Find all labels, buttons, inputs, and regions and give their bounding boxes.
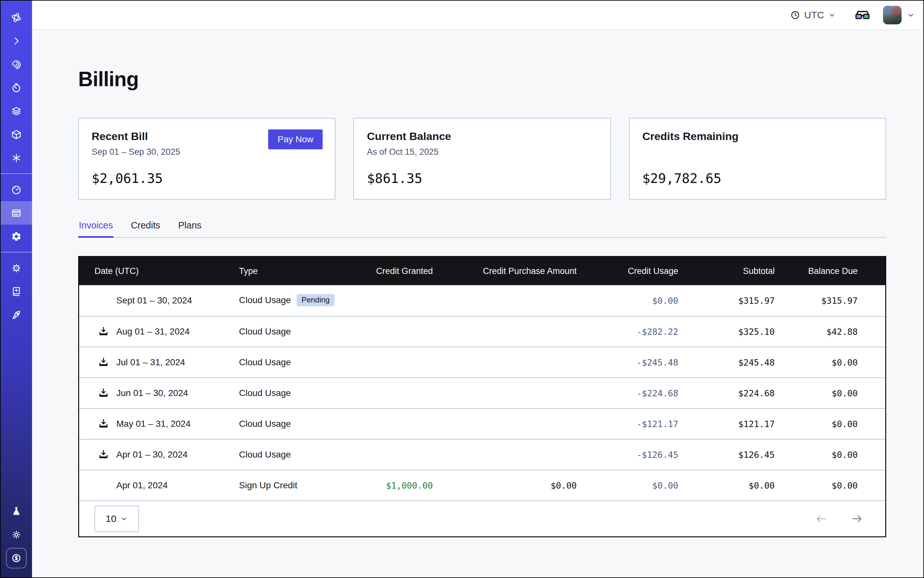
cell-credit-usage: $0.00 [577, 296, 678, 306]
download-icon[interactable] [98, 326, 109, 338]
sidebar-item-theme[interactable] [1, 523, 32, 546]
card-amount: $861.35 [367, 171, 597, 186]
sidebar-item-layers[interactable] [1, 99, 32, 123]
tab-credits[interactable]: Credits [130, 220, 161, 237]
sidebar-item-docs[interactable] [1, 280, 32, 303]
download-icon[interactable] [98, 387, 109, 399]
summary-cards: Recent Bill Sep 01 – Sep 30, 2025 $2,061… [78, 118, 886, 200]
cell-type: Cloud Usage [239, 450, 351, 460]
recent-bill-card: Recent Bill Sep 01 – Sep 30, 2025 $2,061… [78, 118, 335, 200]
cell-type: Cloud Usage [239, 326, 351, 337]
tab-invoices[interactable]: Invoices [78, 220, 114, 237]
sidebar-item-usage[interactable] [1, 178, 32, 201]
main-content: Billing Recent Bill Sep 01 – Sep 30, 202… [32, 30, 923, 577]
card-amount: $29,782.65 [642, 171, 873, 186]
cell-credit-usage: -$282.22 [577, 327, 678, 337]
next-page-arrow-icon[interactable] [851, 512, 864, 525]
sidebar [1, 1, 32, 577]
wheel-icon [11, 263, 22, 274]
cell-subtotal: $121.17 [678, 419, 775, 429]
invoice-type: Cloud Usage [239, 357, 291, 367]
table-row: Aug 01 – 31, 2024Cloud Usage-$282.22$325… [79, 316, 885, 347]
cell-subtotal: $126.45 [678, 450, 775, 460]
cell-type: Cloud UsagePending [239, 294, 351, 307]
gear-icon [11, 231, 22, 242]
current-balance-card: Current Balance As of Oct 15, 2025 $861.… [353, 118, 611, 200]
cell-balance-due: $42.88 [775, 327, 887, 337]
glasses-icon[interactable] [855, 10, 870, 20]
timezone-selector[interactable]: UTC [790, 10, 836, 21]
download-icon[interactable] [98, 449, 109, 460]
cell-subtotal: $315.97 [678, 296, 775, 306]
invoice-type: Cloud Usage [239, 326, 291, 336]
sidebar-group [1, 6, 32, 169]
page-size-select[interactable]: 10 [94, 506, 139, 532]
invoice-date: Aug 01 – 31, 2024 [116, 326, 190, 337]
cell-balance-due: $0.00 [775, 450, 887, 460]
invoice-date: May 01 – 31, 2024 [116, 419, 191, 429]
sidebar-item-logo[interactable] [1, 6, 32, 29]
cell-balance-due: $0.00 [775, 419, 887, 429]
invoice-date: Jul 01 – 31, 2024 [116, 357, 185, 367]
pay-now-button[interactable]: Pay Now [268, 130, 323, 149]
sidebar-item-timer[interactable] [1, 76, 32, 99]
card-subtitle: As of Oct 15, 2025 [367, 147, 597, 157]
table-body: Sept 01 – 30, 2024Cloud UsagePending$0.0… [79, 285, 885, 500]
invoices-table: Date (UTC)TypeCredit GrantedCredit Purch… [78, 256, 886, 537]
download-icon[interactable] [98, 357, 109, 368]
column-header: Credit Granted [351, 266, 433, 276]
book-icon [11, 286, 22, 297]
download-icon[interactable] [98, 418, 109, 430]
cell-date: Jul 01 – 31, 2024 [79, 357, 239, 368]
table-row: May 01 – 31, 2024Cloud Usage-$121.17$121… [79, 408, 885, 439]
table-row: Jul 01 – 31, 2024Cloud Usage-$245.48$245… [79, 347, 885, 377]
cell-balance-due: $0.00 [775, 357, 887, 367]
cell-credit-purchase: $0.00 [433, 481, 577, 490]
invoice-date: Apr 01 – 30, 2024 [116, 450, 188, 460]
sidebar-item-labs[interactable] [1, 500, 32, 523]
sidebar-item-settings[interactable] [1, 225, 32, 248]
previous-page-arrow-icon[interactable] [815, 512, 828, 525]
sidebar-item-spiral[interactable] [1, 52, 32, 76]
seal-dollar-icon [11, 553, 22, 563]
timer-icon [11, 82, 22, 93]
tab-plans[interactable]: Plans [177, 220, 202, 237]
cell-subtotal: $325.10 [678, 327, 775, 337]
sidebar-item-asterisk[interactable] [1, 146, 32, 169]
logo-icon [11, 12, 22, 23]
invoice-type: Cloud Usage [239, 419, 291, 429]
sidebar-item-expand[interactable] [1, 29, 32, 52]
sidebar-group [1, 178, 32, 248]
table-row: Apr 01, 2024Sign Up Credit$1,000.00$0.00… [79, 470, 885, 500]
sidebar-item-getting-started[interactable] [1, 303, 32, 326]
sidebar-divider [1, 173, 32, 174]
column-header: Balance Due [775, 266, 887, 276]
cell-subtotal: $0.00 [678, 481, 775, 490]
card-icon [11, 208, 22, 219]
sidebar-item-cube[interactable] [1, 123, 32, 146]
card-title: Current Balance [367, 130, 597, 143]
cell-type: Cloud Usage [239, 419, 351, 429]
user-menu-chevron-icon[interactable] [907, 11, 915, 19]
app-window: UTC Billing Recent Bill Sep 01 – Sep 30,… [0, 0, 924, 578]
topbar: UTC [32, 1, 923, 30]
layers-icon [11, 106, 22, 117]
gauge-icon [11, 184, 22, 195]
sidebar-nav [1, 6, 32, 326]
sidebar-item-billing[interactable] [1, 201, 32, 225]
sidebar-item-credits-badge[interactable] [1, 546, 32, 570]
column-header: Date (UTC) [79, 266, 239, 276]
table-row: Sept 01 – 30, 2024Cloud UsagePending$0.0… [79, 285, 885, 316]
sidebar-group [1, 257, 32, 326]
sidebar-item-support[interactable] [1, 257, 32, 280]
clock-icon [790, 10, 801, 20]
cell-date: Sept 01 – 30, 2024 [79, 295, 239, 306]
cell-balance-due: $315.97 [775, 296, 887, 306]
cell-credit-usage: $0.00 [577, 481, 678, 490]
user-avatar[interactable] [883, 6, 901, 24]
card-title: Credits Remaining [642, 130, 873, 143]
cell-credit-granted: $1,000.00 [351, 481, 433, 490]
pending-badge: Pending [297, 294, 335, 306]
cell-subtotal: $245.48 [678, 357, 775, 367]
cell-credit-usage: -$126.45 [577, 450, 678, 460]
